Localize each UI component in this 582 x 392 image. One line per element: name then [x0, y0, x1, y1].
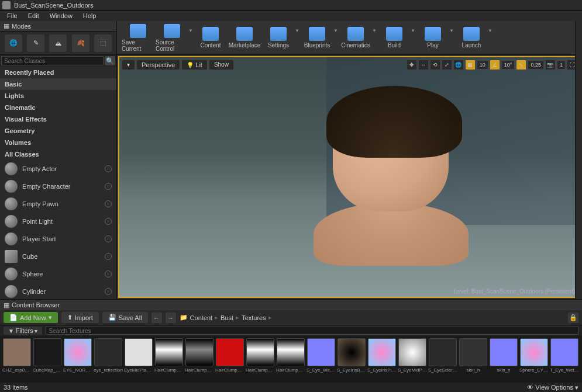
asset-item[interactable]: HairClump02_ID [246, 338, 275, 380]
asset-item[interactable]: S_EyeScleraBaseColor [428, 338, 457, 380]
coordinate-space-icon[interactable]: 🌐 [453, 60, 464, 70]
dropdown-icon[interactable]: ▼ [372, 28, 377, 33]
crumb-content[interactable]: Content [190, 314, 213, 321]
lit-button[interactable]: 💡 Lit [181, 60, 207, 70]
show-button[interactable]: Show [209, 60, 234, 70]
settings-button[interactable]: Settings [262, 23, 295, 53]
asset-item[interactable]: S_EyeIrisBaseColor [337, 338, 366, 380]
menu-edit[interactable]: Edit [23, 11, 44, 20]
blueprints-button[interactable]: Blueprints [301, 23, 333, 53]
camera-speed-value[interactable]: 1 [557, 60, 566, 70]
info-icon[interactable]: i [105, 183, 112, 190]
dropdown-icon[interactable]: ▼ [333, 28, 338, 33]
actor-empty-character[interactable]: Empty Characteri [0, 178, 116, 195]
transform-scale-icon[interactable]: ⤢ [442, 60, 452, 70]
dropdown-icon[interactable]: ▼ [488, 28, 493, 33]
category-recently-placed[interactable]: Recently Placed [0, 67, 116, 78]
info-icon[interactable]: i [105, 253, 112, 260]
asset-item[interactable]: EyeMidPlane Displacement_Example [124, 338, 153, 380]
actor-sphere[interactable]: Spherei [0, 265, 116, 283]
dropdown-icon[interactable]: ▼ [188, 28, 193, 33]
category-visual-effects[interactable]: Visual Effects [0, 113, 116, 125]
category-volumes[interactable]: Volumes [0, 137, 116, 148]
angle-snap-value[interactable]: 10° [501, 60, 515, 70]
actor-cube[interactable]: Cubei [0, 248, 116, 265]
grid-snap-value[interactable]: 10 [477, 60, 488, 70]
actor-empty-actor[interactable]: Empty Actori [0, 160, 116, 178]
source-control-button[interactable]: Source Control [156, 23, 188, 53]
search-classes-input[interactable] [1, 56, 104, 65]
viewport[interactable]: ▾ Perspective 💡 Lit Show ✥ ↔ ⟲ ⤢ 🌐 ▦ 10 … [118, 56, 581, 298]
actor-point-light[interactable]: Point Lighti [0, 213, 116, 230]
scale-snap-icon[interactable]: ⤡ [516, 60, 526, 70]
crumb-textures[interactable]: Textures [242, 314, 266, 321]
category-lights[interactable]: Lights [0, 90, 116, 102]
play-button[interactable]: Play [416, 23, 449, 53]
asset-item[interactable]: CHZ_esp04_merged_spec_FC_FINAL [2, 338, 32, 380]
transform-select-icon[interactable]: ✥ [407, 60, 417, 70]
dropdown-icon[interactable]: ▼ [411, 28, 415, 33]
right-panel-collapsed[interactable] [575, 21, 582, 299]
asset-item[interactable]: S_EyeMidPlaneDisplacement [398, 338, 427, 380]
info-icon[interactable]: i [105, 288, 112, 295]
scale-snap-value[interactable]: 0.25 [528, 60, 544, 70]
filters-button[interactable]: ▼ Filters ▾ [4, 327, 42, 335]
asset-item[interactable]: S_EyeIrisPlaneNormals [367, 338, 397, 380]
search-textures-input[interactable] [46, 327, 578, 335]
save-all-button[interactable]: 💾 Save All [102, 312, 148, 323]
dropdown-icon[interactable]: ▼ [295, 28, 299, 33]
asset-item[interactable]: HairClump02_Alpha [154, 338, 184, 380]
category-cinematic[interactable]: Cinematic [0, 102, 116, 113]
nav-forward-icon[interactable]: → [166, 313, 176, 323]
marketplace-button[interactable]: Marketplace [228, 23, 261, 53]
save-current-button[interactable]: Save Current [122, 23, 154, 53]
crumb-bust[interactable]: Bust [221, 314, 233, 321]
menu-help[interactable]: Help [78, 11, 101, 20]
landscape-mode-icon[interactable]: ⛰ [49, 34, 67, 52]
transform-rotate-icon[interactable]: ⟲ [430, 60, 440, 70]
place-mode-icon[interactable]: 🌐 [5, 34, 22, 52]
lock-icon[interactable]: 🔒 [568, 313, 578, 323]
foliage-mode-icon[interactable]: 🍂 [72, 34, 89, 52]
content-button[interactable]: Content [194, 23, 227, 53]
info-icon[interactable]: i [105, 270, 112, 277]
asset-item[interactable]: skin_n [489, 338, 518, 380]
category-basic[interactable]: Basic [0, 78, 116, 90]
viewport-menu-button[interactable]: ▾ [122, 60, 135, 70]
view-options-button[interactable]: 👁 View Options ▾ [527, 384, 578, 391]
asset-item[interactable]: T_Eye_Wet_Normal [550, 338, 579, 380]
dropdown-icon[interactable]: ▼ [449, 28, 454, 33]
cinematics-button[interactable]: Cinematics [339, 23, 372, 53]
import-button[interactable]: ⬆ Import [61, 312, 99, 323]
asset-item[interactable]: CubeMap_Base [33, 338, 62, 380]
asset-item[interactable]: HairClump02_DyeMask [215, 338, 244, 380]
category-geometry[interactable]: Geometry [0, 125, 116, 137]
geometry-mode-icon[interactable]: ⬚ [94, 34, 112, 52]
info-icon[interactable]: i [105, 165, 112, 172]
info-icon[interactable]: i [105, 218, 112, 225]
asset-item[interactable]: HairClump02_Depth [185, 338, 214, 380]
content-browser-tab[interactable]: ▦ Content Browser [0, 300, 582, 310]
transform-move-icon[interactable]: ↔ [418, 60, 429, 70]
build-button[interactable]: Build [378, 23, 411, 53]
menu-file[interactable]: File [2, 11, 22, 20]
angle-snap-icon[interactable]: ∠ [490, 60, 500, 70]
asset-item[interactable]: S_Eye_Wet_Normal [307, 338, 336, 380]
category-all-classes[interactable]: All Classes [0, 148, 116, 160]
launch-button[interactable]: Launch [455, 23, 488, 53]
asset-item[interactable]: HairClump02_Roots [276, 338, 305, 380]
actor-cylinder[interactable]: Cylinderi [0, 283, 116, 299]
grid-snap-icon[interactable]: ▦ [465, 60, 476, 70]
info-icon[interactable]: i [105, 235, 112, 242]
asset-item[interactable]: Sphere_EYE_NORMALS [519, 338, 549, 380]
search-icon[interactable]: 🔍 [105, 56, 115, 65]
asset-item[interactable]: EYE_NORMALS [63, 338, 92, 380]
menu-window[interactable]: Window [45, 11, 77, 20]
add-new-button[interactable]: 📄 Add New ▾ [4, 312, 58, 323]
perspective-button[interactable]: Perspective [136, 60, 180, 70]
camera-speed-icon[interactable]: 📷 [545, 60, 556, 70]
actor-player-start[interactable]: Player Starti [0, 230, 116, 248]
actor-empty-pawn[interactable]: Empty Pawni [0, 195, 116, 213]
asset-item[interactable]: eye_reflection [94, 338, 123, 380]
asset-item[interactable]: skin_h [459, 338, 488, 380]
